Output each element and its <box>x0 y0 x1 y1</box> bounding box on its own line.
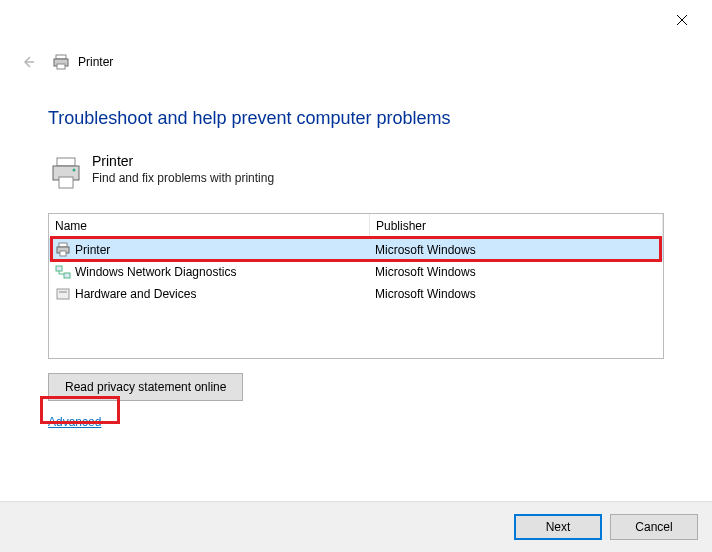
svg-rect-15 <box>57 289 69 299</box>
section-title: Printer <box>92 153 274 169</box>
cancel-button[interactable]: Cancel <box>610 514 698 540</box>
content-area: Troubleshoot and help prevent computer p… <box>48 108 664 429</box>
device-icon <box>55 286 71 302</box>
printer-icon <box>55 242 71 258</box>
page-heading: Troubleshoot and help prevent computer p… <box>48 108 664 129</box>
footer: Next Cancel <box>0 501 712 552</box>
svg-rect-3 <box>56 55 66 59</box>
svg-rect-14 <box>64 273 70 278</box>
back-arrow-icon <box>20 54 36 70</box>
column-header-publisher[interactable]: Publisher <box>370 214 663 238</box>
cell-publisher: Microsoft Windows <box>369 265 663 279</box>
back-button[interactable] <box>18 52 38 72</box>
cell-publisher: Microsoft Windows <box>369 287 663 301</box>
list-header: Name Publisher <box>49 214 663 239</box>
cell-publisher: Microsoft Windows <box>369 243 663 257</box>
list-row[interactable]: PrinterMicrosoft Windows <box>49 239 663 261</box>
cell-name: Hardware and Devices <box>49 286 369 302</box>
privacy-statement-button[interactable]: Read privacy statement online <box>48 373 243 401</box>
svg-rect-16 <box>59 291 67 293</box>
close-icon <box>676 14 688 26</box>
section-subtitle: Find and fix problems with printing <box>92 171 274 185</box>
header: Printer <box>18 48 694 76</box>
network-icon <box>55 264 71 280</box>
svg-rect-5 <box>57 64 65 69</box>
printer-large-icon <box>48 155 84 191</box>
svg-rect-12 <box>60 251 66 256</box>
list-row[interactable]: Hardware and DevicesMicrosoft Windows <box>49 283 663 305</box>
svg-rect-10 <box>59 243 67 247</box>
list-row[interactable]: Windows Network DiagnosticsMicrosoft Win… <box>49 261 663 283</box>
close-button[interactable] <box>666 8 698 32</box>
svg-rect-13 <box>56 266 62 271</box>
printer-icon <box>52 54 70 70</box>
troubleshooter-list[interactable]: Name Publisher PrinterMicrosoft WindowsW… <box>48 213 664 359</box>
svg-rect-8 <box>59 177 73 188</box>
cell-name: Printer <box>49 242 369 258</box>
section-header: Printer Find and fix problems with print… <box>48 153 664 191</box>
column-header-name[interactable]: Name <box>49 214 370 238</box>
cell-name: Windows Network Diagnostics <box>49 264 369 280</box>
troubleshooter-window: Printer Troubleshoot and help prevent co… <box>0 0 712 552</box>
list-body: PrinterMicrosoft WindowsWindows Network … <box>49 239 663 305</box>
svg-rect-6 <box>57 158 75 166</box>
advanced-link[interactable]: Advanced <box>48 415 101 429</box>
window-title: Printer <box>78 55 113 69</box>
next-button[interactable]: Next <box>514 514 602 540</box>
svg-point-9 <box>73 169 76 172</box>
